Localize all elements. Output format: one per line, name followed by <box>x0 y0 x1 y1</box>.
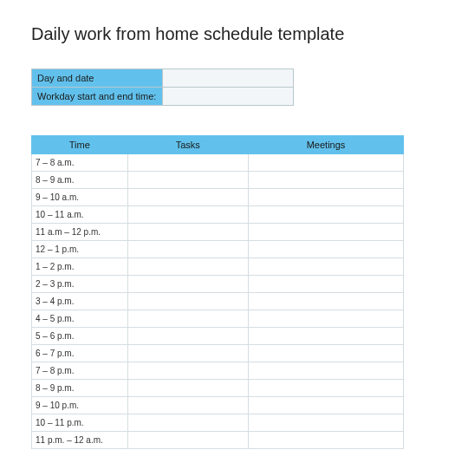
meetings-cell[interactable] <box>248 276 403 293</box>
time-cell: 10 – 11 p.m. <box>32 414 128 432</box>
tasks-cell[interactable] <box>127 345 248 362</box>
tasks-cell[interactable] <box>127 224 248 241</box>
table-row: 4 – 5 p.m. <box>32 310 404 328</box>
meetings-cell[interactable] <box>248 172 403 189</box>
meetings-cell[interactable] <box>248 380 403 397</box>
table-row: 9 – 10 a.m. <box>32 189 404 206</box>
time-cell: 2 – 3 p.m. <box>32 276 128 293</box>
tasks-cell[interactable] <box>127 276 248 293</box>
time-cell: 12 – 1 p.m. <box>32 241 128 258</box>
time-cell: 3 – 4 p.m. <box>32 293 128 310</box>
meetings-cell[interactable] <box>248 224 403 241</box>
tasks-cell[interactable] <box>127 328 248 345</box>
table-row: 6 – 7 p.m. <box>32 345 404 362</box>
meta-value-workday-time[interactable] <box>163 88 294 106</box>
meta-row: Day and date <box>32 69 294 88</box>
tasks-cell[interactable] <box>127 189 248 206</box>
meta-table: Day and date Workday start and end time: <box>31 68 294 106</box>
time-cell: 7 – 8 a.m. <box>32 154 128 172</box>
meetings-cell[interactable] <box>248 328 403 345</box>
table-row: 5 – 6 p.m. <box>32 328 404 345</box>
meetings-cell[interactable] <box>248 362 403 380</box>
table-row: 3 – 4 p.m. <box>32 293 404 310</box>
schedule-table: Time Tasks Meetings 7 – 8 a.m. 8 – 9 a.m… <box>31 135 404 449</box>
meetings-cell[interactable] <box>248 310 403 328</box>
table-row: 11 p.m. – 12 a.m. <box>32 432 404 449</box>
tasks-cell[interactable] <box>127 241 248 258</box>
time-cell: 10 – 11 a.m. <box>32 206 128 224</box>
meta-row: Workday start and end time: <box>32 88 294 106</box>
table-row: 2 – 3 p.m. <box>32 276 404 293</box>
meetings-cell[interactable] <box>248 293 403 310</box>
meetings-cell[interactable] <box>248 414 403 432</box>
meta-value-day-date[interactable] <box>163 69 294 88</box>
time-cell: 7 – 8 p.m. <box>32 362 128 380</box>
tasks-cell[interactable] <box>127 362 248 380</box>
tasks-cell[interactable] <box>127 206 248 224</box>
schedule-body: 7 – 8 a.m. 8 – 9 a.m. 9 – 10 a.m. 10 – 1… <box>32 154 404 449</box>
meetings-cell[interactable] <box>248 241 403 258</box>
header-time: Time <box>32 136 128 154</box>
table-row: 8 – 9 p.m. <box>32 380 404 397</box>
meetings-cell[interactable] <box>248 345 403 362</box>
header-meetings: Meetings <box>248 136 403 154</box>
time-cell: 5 – 6 p.m. <box>32 328 128 345</box>
time-cell: 11 p.m. – 12 a.m. <box>32 432 128 449</box>
table-row: 7 – 8 a.m. <box>32 154 404 172</box>
meetings-cell[interactable] <box>248 206 403 224</box>
meetings-cell[interactable] <box>248 258 403 276</box>
tasks-cell[interactable] <box>127 172 248 189</box>
table-row: 8 – 9 a.m. <box>32 172 404 189</box>
tasks-cell[interactable] <box>127 397 248 414</box>
meetings-cell[interactable] <box>248 189 403 206</box>
meetings-cell[interactable] <box>248 154 403 172</box>
page-title: Daily work from home schedule template <box>31 24 424 44</box>
time-cell: 11 a.m – 12 p.m. <box>32 224 128 241</box>
table-row: 1 – 2 p.m. <box>32 258 404 276</box>
tasks-cell[interactable] <box>127 414 248 432</box>
time-cell: 1 – 2 p.m. <box>32 258 128 276</box>
table-row: 7 – 8 p.m. <box>32 362 404 380</box>
meta-label-workday-time: Workday start and end time: <box>32 88 163 106</box>
table-row: 10 – 11 p.m. <box>32 414 404 432</box>
time-cell: 6 – 7 p.m. <box>32 345 128 362</box>
tasks-cell[interactable] <box>127 380 248 397</box>
table-row: 12 – 1 p.m. <box>32 241 404 258</box>
time-cell: 8 – 9 a.m. <box>32 172 128 189</box>
tasks-cell[interactable] <box>127 310 248 328</box>
table-row: 11 a.m – 12 p.m. <box>32 224 404 241</box>
header-tasks: Tasks <box>127 136 248 154</box>
tasks-cell[interactable] <box>127 293 248 310</box>
schedule-header-row: Time Tasks Meetings <box>32 136 404 154</box>
tasks-cell[interactable] <box>127 154 248 172</box>
table-row: 9 – 10 p.m. <box>32 397 404 414</box>
time-cell: 9 – 10 a.m. <box>32 189 128 206</box>
time-cell: 9 – 10 p.m. <box>32 397 128 414</box>
time-cell: 8 – 9 p.m. <box>32 380 128 397</box>
tasks-cell[interactable] <box>127 258 248 276</box>
time-cell: 4 – 5 p.m. <box>32 310 128 328</box>
meta-label-day-date: Day and date <box>32 69 163 88</box>
table-row: 10 – 11 a.m. <box>32 206 404 224</box>
tasks-cell[interactable] <box>127 432 248 449</box>
meetings-cell[interactable] <box>248 432 403 449</box>
meetings-cell[interactable] <box>248 397 403 414</box>
page: Daily work from home schedule template D… <box>0 0 455 475</box>
